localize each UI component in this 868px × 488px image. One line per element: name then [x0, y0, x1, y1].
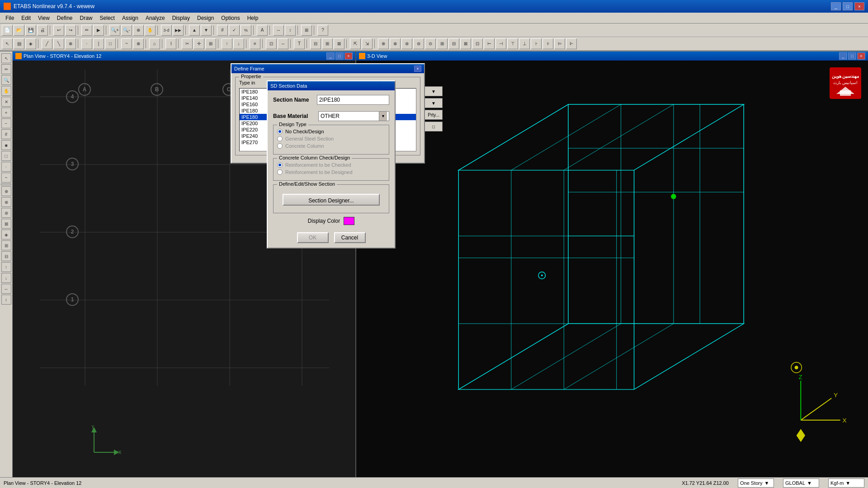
modify-btn[interactable]: ▼ [425, 98, 443, 108]
base-material-dropdown[interactable]: OTHER ▼ [318, 111, 389, 121]
tb-zoom-all[interactable]: ⊕ [133, 25, 144, 36]
define-frame-close[interactable]: × [414, 66, 421, 72]
tb2-story-up[interactable]: ↑ [222, 38, 232, 49]
ltb-b[interactable]: ⊗ [1, 197, 11, 207]
radio-reinf-checked-btn[interactable] [277, 162, 283, 168]
tb-pan[interactable]: ✋ [145, 25, 156, 36]
tb2-node[interactable]: · [81, 38, 92, 49]
status-units-dropdown[interactable]: Kgf-m ▼ [828, 479, 864, 488]
ltb-zoom[interactable]: 🔍 [1, 75, 11, 85]
menu-help[interactable]: Help [244, 14, 262, 22]
prop-btn[interactable]: Prty... [425, 110, 443, 120]
tb2-frame[interactable]: | [93, 38, 104, 49]
ltb-h[interactable]: ↔ [1, 284, 11, 294]
ltb-plus[interactable]: + [1, 108, 11, 117]
tb2-u[interactable]: ⊩ [566, 38, 577, 49]
tb-select-mode[interactable]: ▶ [93, 25, 104, 36]
menu-draw[interactable]: Draw [76, 14, 96, 22]
tb2-more[interactable]: ≡ [250, 38, 260, 49]
tb2-draw3[interactable]: ⊕ [65, 38, 76, 49]
tb-run[interactable]: ▶▶ [173, 25, 184, 36]
menu-assign[interactable]: Assign [118, 14, 142, 22]
tb2-a[interactable]: ⊟ [310, 38, 321, 49]
ltb-grid[interactable]: # [1, 129, 11, 139]
radio-reinf-checked[interactable]: Reinforcement to be Checked [277, 162, 385, 168]
tb2-i[interactable]: ⊝ [425, 38, 436, 49]
tb2-tendon[interactable]: ⌇ [165, 38, 176, 49]
menu-design[interactable]: Design [193, 14, 217, 22]
tb-rot-y[interactable]: ↕ [285, 25, 296, 36]
ltb-frame[interactable]: ■ [1, 140, 11, 150]
ltb-f[interactable]: ⊞ [1, 240, 11, 250]
tb2-d[interactable]: ⇲ [362, 38, 373, 49]
tb-chk[interactable]: ✓ [229, 25, 240, 36]
ltb-minus[interactable]: − [1, 118, 11, 128]
del-btn[interactable]: □ [425, 122, 443, 131]
tb2-dim[interactable]: ↔ [278, 38, 288, 49]
ltb-shell[interactable]: □ [1, 151, 11, 161]
tb-zoom-out[interactable]: 🔍- [121, 25, 132, 36]
status-story-dropdown[interactable]: One Story ▼ [738, 479, 774, 488]
menu-select[interactable]: Select [96, 14, 118, 22]
menu-options[interactable]: Options [217, 14, 243, 22]
cancel-button[interactable]: Cancel [334, 232, 366, 243]
tb-zoom-in[interactable]: 🔍+ [109, 25, 120, 36]
ltb-e[interactable]: ◈ [1, 230, 11, 239]
tb2-draw1[interactable]: ╱ [42, 38, 52, 49]
minimize-button[interactable]: _ [831, 2, 841, 10]
ok-button[interactable]: OK [297, 232, 329, 243]
tb2-story-dn[interactable]: ↓ [233, 38, 244, 49]
tb-labels[interactable]: A [257, 25, 268, 36]
tb2-l[interactable]: ⊠ [460, 38, 471, 49]
tb2-e[interactable]: ⊕ [378, 38, 389, 49]
view-3d-minimize[interactable]: _ [839, 52, 847, 60]
tb-props[interactable]: % [241, 25, 251, 36]
menu-display[interactable]: Display [169, 14, 193, 22]
ltb-x[interactable]: ✕ [1, 97, 11, 107]
add-btn[interactable]: ▼ [425, 86, 443, 96]
tb2-sel[interactable]: ↖ [2, 38, 13, 49]
tb2-sel2[interactable]: ▤ [14, 38, 24, 49]
tb2-cut[interactable]: ✂ [182, 38, 193, 49]
radio-reinf-designed[interactable]: Reinforcement to be Designed [277, 169, 385, 175]
view-3d-close[interactable]: × [857, 52, 865, 60]
tb-up[interactable]: ▲ [189, 25, 200, 36]
ltb-pan[interactable]: ✋ [1, 86, 11, 96]
tb2-k[interactable]: ⊟ [448, 38, 459, 49]
ltb-select[interactable]: ↖ [1, 53, 11, 63]
tb2-sel3[interactable]: ◈ [25, 38, 36, 49]
menu-analyze[interactable]: Analyze [142, 14, 169, 22]
radio-no-check[interactable]: No Check/Design [277, 129, 385, 134]
tb2-h[interactable]: ⊜ [413, 38, 424, 49]
tb2-spring[interactable]: ~ [121, 38, 132, 49]
tb-3d[interactable]: 3-d [161, 25, 172, 36]
tb-undo[interactable]: ↩ [53, 25, 64, 36]
base-material-arrow[interactable]: ▼ [379, 112, 387, 121]
close-button[interactable]: × [854, 2, 864, 10]
view-3d-maximize[interactable]: □ [848, 52, 856, 60]
tb2-b[interactable]: ⊞ [322, 38, 333, 49]
tb-grid[interactable]: # [217, 25, 228, 36]
radio-concrete-col[interactable]: Concrete Column [277, 143, 385, 149]
ltb-i[interactable]: ↕ [1, 295, 11, 305]
ltb-story-dn[interactable]: ↓ [1, 273, 11, 283]
section-designer-button[interactable]: Section Designer... [283, 194, 380, 206]
radio-general-steel[interactable]: General Steel Section [277, 136, 385, 141]
ltb-d[interactable]: ⊠ [1, 219, 11, 229]
menu-file[interactable]: File [2, 14, 18, 22]
tb-help-q[interactable]: ? [317, 25, 328, 36]
tb2-link[interactable]: ⊗ [133, 38, 144, 49]
ltb-story-up[interactable]: ↑ [1, 262, 11, 272]
tb-draw-mode[interactable]: ✏ [81, 25, 92, 36]
tb2-annot[interactable]: T [294, 38, 305, 49]
tb2-n[interactable]: ⊢ [484, 38, 495, 49]
display-color-swatch[interactable] [344, 217, 354, 225]
tb-snap[interactable]: ⊞ [301, 25, 312, 36]
tb2-m[interactable]: ⊡ [472, 38, 483, 49]
tb2-shell[interactable]: □ [105, 38, 116, 49]
tb-print[interactable]: 🖨 [37, 25, 48, 36]
tb-open[interactable]: 📂 [14, 25, 24, 36]
tb2-merge[interactable]: ⊞ [205, 38, 216, 49]
maximize-button[interactable]: □ [843, 2, 853, 10]
tb2-r[interactable]: ⊦ [531, 38, 542, 49]
